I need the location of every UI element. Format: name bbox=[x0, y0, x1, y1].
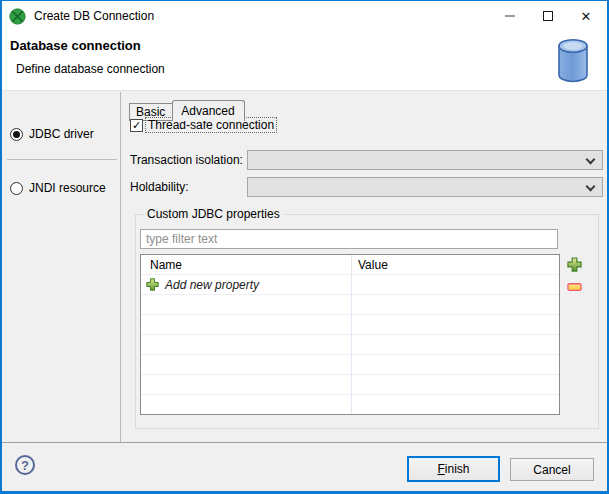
table-header-row: Name Value bbox=[141, 255, 559, 275]
add-property-plus-icon bbox=[146, 278, 159, 291]
radio-unselected-icon bbox=[10, 182, 23, 195]
finish-button[interactable]: Finish bbox=[407, 456, 500, 482]
checkbox-checked-icon[interactable]: ✓ bbox=[130, 119, 143, 132]
holdability-select[interactable] bbox=[247, 177, 603, 197]
table-row[interactable] bbox=[141, 355, 559, 375]
help-button[interactable]: ? bbox=[15, 455, 35, 475]
cancel-button[interactable]: Cancel bbox=[510, 458, 594, 481]
window-title: Create DB Connection bbox=[34, 9, 154, 23]
table-row[interactable] bbox=[141, 335, 559, 355]
chevron-down-icon bbox=[586, 155, 596, 165]
holdability-label: Holdability: bbox=[130, 180, 189, 194]
maximize-button[interactable] bbox=[529, 1, 567, 31]
minimize-button[interactable] bbox=[491, 1, 529, 31]
minus-icon bbox=[567, 280, 582, 295]
close-icon: ✕ bbox=[581, 9, 592, 24]
radio-jdbc-driver[interactable]: JDBC driver bbox=[10, 127, 94, 141]
footer-separator bbox=[2, 442, 607, 443]
add-new-property-row[interactable]: Add new property bbox=[141, 275, 559, 295]
plus-icon bbox=[567, 260, 582, 275]
page-title: Database connection bbox=[10, 38, 141, 53]
column-header-name[interactable]: Name bbox=[141, 255, 352, 274]
table-row[interactable] bbox=[141, 375, 559, 395]
group-title: Custom JDBC properties bbox=[143, 207, 284, 221]
table-row[interactable] bbox=[141, 315, 559, 335]
remove-property-button[interactable] bbox=[567, 282, 582, 292]
transaction-isolation-label: Transaction isolation: bbox=[130, 153, 243, 167]
question-mark-icon: ? bbox=[21, 458, 29, 473]
cloverdx-logo-icon bbox=[9, 8, 26, 25]
maximize-icon bbox=[543, 11, 553, 21]
close-button[interactable]: ✕ bbox=[567, 1, 605, 31]
radio-selected-icon bbox=[10, 128, 23, 141]
tab-advanced[interactable]: Advanced bbox=[172, 100, 244, 121]
add-property-button[interactable] bbox=[567, 257, 582, 272]
create-db-connection-dialog: Create DB Connection ✕ Database connecti… bbox=[0, 0, 609, 494]
table-row[interactable] bbox=[141, 395, 559, 414]
column-header-value[interactable]: Value bbox=[352, 255, 559, 274]
dialog-header: Database connection Define database conn… bbox=[2, 31, 607, 91]
page-subtitle: Define database connection bbox=[16, 62, 165, 76]
minimize-icon bbox=[505, 15, 515, 17]
database-icon bbox=[556, 38, 590, 86]
add-new-property-label: Add new property bbox=[165, 278, 259, 292]
radio-jndi-resource-label: JNDI resource bbox=[29, 181, 106, 195]
transaction-isolation-select[interactable] bbox=[247, 150, 603, 170]
chevron-down-icon bbox=[586, 182, 596, 192]
table-row[interactable] bbox=[141, 295, 559, 315]
filter-input[interactable] bbox=[140, 229, 558, 249]
panel-divider bbox=[120, 92, 121, 443]
radio-jndi-resource[interactable]: JNDI resource bbox=[10, 181, 106, 195]
sidebar-separator bbox=[7, 159, 117, 160]
radio-jdbc-driver-label: JDBC driver bbox=[29, 127, 94, 141]
properties-table[interactable]: Name Value Add new property bbox=[140, 254, 560, 415]
title-bar: Create DB Connection ✕ bbox=[2, 1, 607, 31]
